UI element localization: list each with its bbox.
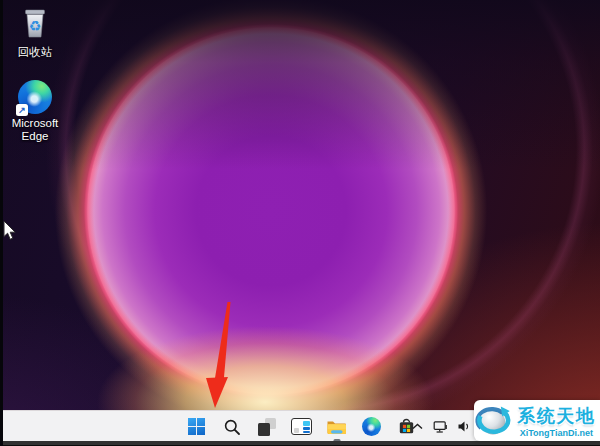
recycle-bin-label: 回收站 xyxy=(0,46,70,59)
desktop-wallpaper xyxy=(0,0,600,446)
chevron-up-icon xyxy=(412,423,423,430)
desktop-icon-recycle-bin[interactable]: ♻ 回收站 xyxy=(0,5,70,59)
search-button[interactable] xyxy=(218,413,246,441)
system-tray xyxy=(408,411,472,442)
taskbar-center-group xyxy=(183,411,421,442)
windows-11-desktop: ♻ 回收站 ↗ Microsoft Edge xyxy=(0,0,600,446)
hidden-icons-button[interactable] xyxy=(408,415,426,439)
watermark-globe-icon xyxy=(474,402,512,440)
windows-start-icon xyxy=(188,418,205,435)
start-button[interactable] xyxy=(183,413,211,441)
desktop-icon-microsoft-edge[interactable]: ↗ Microsoft Edge xyxy=(0,80,70,143)
edge-icon xyxy=(362,417,381,436)
edge-taskbar-button[interactable] xyxy=(358,413,386,441)
widgets-button[interactable] xyxy=(288,413,316,441)
volume-tray-button[interactable] xyxy=(454,415,472,439)
watermark-site-name: 系统天地 xyxy=(513,404,600,428)
edge-label-line1: Microsoft xyxy=(0,117,70,130)
network-tray-button[interactable] xyxy=(431,415,449,439)
task-view-button[interactable] xyxy=(253,413,281,441)
recycle-bin-icon: ♻ xyxy=(0,5,70,43)
speaker-icon xyxy=(457,420,470,433)
widgets-icon xyxy=(291,418,312,435)
svg-text:♻: ♻ xyxy=(29,18,42,34)
xitongtiandi-watermark: 系统天地 XiTongTianDi.net xyxy=(474,400,600,441)
search-icon xyxy=(223,418,241,436)
screen-left-border xyxy=(0,0,3,446)
file-explorer-icon xyxy=(326,418,347,436)
file-explorer-button[interactable] xyxy=(323,413,351,441)
edge-logo-icon: ↗ xyxy=(18,80,52,114)
watermark-site-url: XiTongTianDi.net xyxy=(513,428,600,438)
edge-label-line2: Edge xyxy=(0,130,70,143)
task-view-icon xyxy=(258,418,276,436)
network-icon xyxy=(433,420,448,434)
screen-bottom-border xyxy=(0,441,600,446)
shortcut-arrow-badge: ↗ xyxy=(16,104,28,116)
